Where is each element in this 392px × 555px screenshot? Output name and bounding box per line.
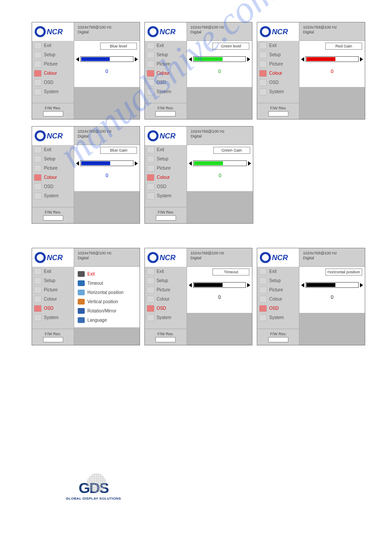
arrow-left-icon[interactable]: [189, 161, 192, 166]
submenu-item-exit[interactable]: Exit: [74, 269, 140, 279]
sidebar-label: OSD: [269, 306, 279, 311]
slider-track[interactable]: [193, 282, 246, 288]
sidebar-label: Picture: [269, 287, 283, 292]
arrow-left-icon[interactable]: [301, 57, 304, 62]
sidebar-item-osd[interactable]: OSD: [145, 182, 187, 191]
sidebar-item-exit[interactable]: Exit: [32, 41, 74, 50]
sidebar-item-setup[interactable]: Setup: [145, 50, 187, 59]
arrow-left-icon[interactable]: [189, 283, 192, 287]
sidebar-item-system[interactable]: System: [257, 87, 299, 96]
slider-control[interactable]: [189, 160, 251, 166]
panel-body: ExitSetupPictureColourOSDSystemF/W Rev.E…: [32, 267, 140, 345]
slider-control[interactable]: [301, 56, 363, 62]
slider-track[interactable]: [306, 282, 359, 288]
submenu-item-rotation-mirror[interactable]: Rotation/Mirror: [74, 306, 140, 316]
arrow-left-icon[interactable]: [189, 57, 192, 62]
sidebar-item-colour[interactable]: Colour: [145, 173, 187, 182]
slider-track[interactable]: [193, 56, 246, 62]
sidebar-item-setup[interactable]: Setup: [32, 276, 74, 285]
arrow-right-icon[interactable]: [248, 161, 251, 166]
slider-control[interactable]: [189, 282, 251, 288]
sidebar-item-picture[interactable]: Picture: [145, 59, 187, 69]
slider-control[interactable]: [76, 56, 138, 62]
arrow-left-icon[interactable]: [76, 161, 79, 166]
sidebar-item-picture[interactable]: Picture: [32, 163, 74, 173]
slider-track[interactable]: [193, 160, 246, 166]
sidebar-item-exit[interactable]: Exit: [145, 145, 187, 154]
sidebar-item-osd[interactable]: OSD: [257, 304, 299, 313]
sidebar-item-system[interactable]: System: [145, 313, 187, 322]
sidebar-item-picture[interactable]: Picture: [257, 285, 299, 294]
sidebar-item-osd[interactable]: OSD: [32, 304, 74, 313]
sidebar-item-colour[interactable]: Colour: [145, 294, 187, 304]
sidebar-item-system[interactable]: System: [32, 87, 74, 96]
slider-track[interactable]: [80, 56, 133, 62]
sidebar-icon-picture: [147, 165, 155, 172]
arrow-right-icon[interactable]: [247, 57, 250, 62]
sidebar-icon-picture: [147, 61, 155, 68]
sidebar-icon-setup: [34, 277, 42, 284]
sidebar-item-system[interactable]: System: [257, 313, 299, 322]
slider-control[interactable]: [301, 282, 363, 288]
arrow-left-icon[interactable]: [301, 283, 304, 287]
sidebar-item-setup[interactable]: Setup: [257, 50, 299, 59]
sidebar-item-setup[interactable]: Setup: [257, 276, 299, 285]
sidebar-item-osd[interactable]: OSD: [145, 78, 187, 87]
slider-track[interactable]: [80, 160, 133, 166]
sidebar-item-picture[interactable]: Picture: [145, 163, 187, 173]
sidebar-item-osd[interactable]: OSD: [145, 304, 187, 313]
submenu-item-timeout[interactable]: Timeout: [74, 279, 140, 288]
sidebar-item-picture[interactable]: Picture: [145, 285, 187, 294]
signal-text: Digital: [191, 256, 250, 261]
sidebar-item-setup[interactable]: Setup: [145, 154, 187, 163]
sidebar-icon-exit: [34, 42, 42, 49]
sidebar-item-system[interactable]: System: [32, 191, 74, 200]
submenu-item-horizontal-position[interactable]: Horizontal position: [74, 288, 140, 297]
arrow-right-icon[interactable]: [247, 283, 250, 287]
fw-rev-box: F/W Rev.: [32, 329, 74, 345]
osd-panel: NCR1024x768@100 HzDigitalExitSetupPictur…: [144, 126, 253, 224]
sidebar-item-picture[interactable]: Picture: [32, 59, 74, 69]
sidebar-item-setup[interactable]: Setup: [32, 154, 74, 163]
sidebar-item-exit[interactable]: Exit: [32, 145, 74, 154]
sidebar-item-exit[interactable]: Exit: [145, 267, 187, 276]
arrow-right-icon[interactable]: [360, 57, 363, 62]
slider-track[interactable]: [306, 56, 359, 62]
arrow-right-icon[interactable]: [135, 57, 138, 62]
header-info: 1024x768@100 HzDigital: [299, 22, 365, 41]
sidebar-item-colour[interactable]: Colour: [32, 69, 74, 78]
fw-rev-label: F/W Rev.: [257, 332, 299, 336]
sidebar-item-setup[interactable]: Setup: [32, 50, 74, 59]
sidebar-item-colour[interactable]: Colour: [145, 69, 187, 78]
sidebar-item-colour[interactable]: Colour: [32, 294, 74, 304]
sidebar-item-colour[interactable]: Colour: [257, 294, 299, 304]
panel-body: ExitSetupPictureColourOSDSystemF/W Rev.B…: [32, 41, 140, 119]
sidebar-item-exit[interactable]: Exit: [145, 41, 187, 50]
submenu-icon: [78, 317, 85, 323]
slider-control[interactable]: [76, 160, 138, 166]
panel-content: ExitTimeoutHorizontal positionVertical p…: [74, 267, 140, 345]
submenu-item-language[interactable]: Language: [74, 316, 140, 325]
sidebar-item-setup[interactable]: Setup: [145, 276, 187, 285]
sidebar-label: System: [269, 89, 284, 94]
sidebar-item-colour[interactable]: Colour: [257, 69, 299, 78]
submenu-item-vertical-position[interactable]: Vertical position: [74, 297, 140, 306]
sidebar-item-osd[interactable]: OSD: [32, 78, 74, 87]
sidebar-item-exit[interactable]: Exit: [257, 267, 299, 276]
sidebar-item-osd[interactable]: OSD: [32, 182, 74, 191]
sidebar-item-colour[interactable]: Colour: [32, 173, 74, 182]
sidebar-icon-osd: [259, 305, 267, 312]
sidebar-item-system[interactable]: System: [145, 87, 187, 96]
arrow-right-icon[interactable]: [135, 161, 138, 166]
sidebar-item-system[interactable]: System: [145, 191, 187, 200]
sidebar-item-picture[interactable]: Picture: [32, 285, 74, 294]
sidebar-item-system[interactable]: System: [32, 313, 74, 322]
sidebar-item-exit[interactable]: Exit: [32, 267, 74, 276]
sidebar-item-picture[interactable]: Picture: [257, 59, 299, 69]
slider-fill: [306, 283, 335, 287]
slider-control[interactable]: [189, 56, 251, 62]
arrow-left-icon[interactable]: [76, 57, 79, 62]
arrow-right-icon[interactable]: [360, 283, 363, 287]
sidebar-item-osd[interactable]: OSD: [257, 78, 299, 87]
sidebar-item-exit[interactable]: Exit: [257, 41, 299, 50]
